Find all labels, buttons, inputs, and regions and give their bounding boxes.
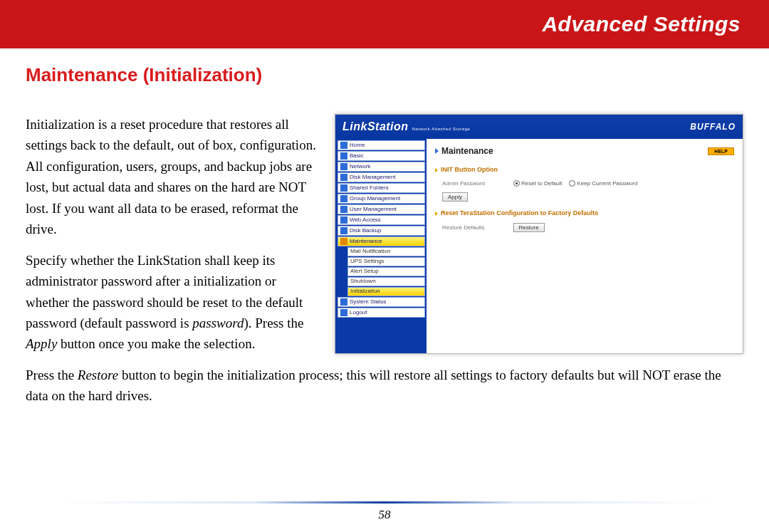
emphasis-apply: Apply: [26, 336, 57, 351]
sidebar-item-label: Basic: [350, 152, 364, 160]
sidebar-subitem-shutdown[interactable]: Shutdown: [347, 277, 425, 286]
vendor-logo: BUFFALO: [690, 120, 736, 134]
sidebar-item-web[interactable]: Web Access: [338, 215, 425, 225]
apply-button[interactable]: Apply: [442, 192, 468, 202]
sidebar-item-group[interactable]: Group Management: [338, 194, 425, 204]
sidebar-item-home[interactable]: Home: [338, 140, 425, 150]
sidebar-item-label: Web Access: [350, 216, 381, 224]
restore-button[interactable]: Restore: [513, 223, 545, 232]
emphasis-password: password: [192, 315, 244, 330]
page-banner: Advanced Settings: [0, 0, 769, 48]
maintenance-icon: [340, 238, 347, 245]
sidebar-item-label: Disk Backup: [350, 226, 381, 235]
sidebar: Home Basic Network Disk Management Share…: [335, 139, 427, 353]
sidebar-item-disk[interactable]: Disk Management: [338, 172, 425, 182]
sidebar-item-label: Initialization: [350, 287, 380, 296]
page-title: Maintenance: [435, 145, 493, 158]
home-icon: [340, 142, 347, 149]
sidebar-item-label: Maintenance: [350, 237, 382, 246]
sidebar-item-maintenance[interactable]: Maintenance: [338, 236, 425, 246]
reset-config-group: Reset TeraStation Configuration to Facto…: [435, 209, 734, 232]
page-number: 58: [0, 508, 769, 522]
brand-subtext: Network Attached Storage: [412, 126, 471, 132]
text-run: button to begin the initialization proce…: [26, 367, 721, 403]
radio-label: Keep Current Password: [577, 180, 637, 187]
logout-icon: [340, 309, 347, 316]
folder-icon: [340, 184, 347, 192]
sidebar-item-label: Mail Notification: [350, 247, 390, 256]
group-title: INIT Button Option: [435, 165, 734, 175]
radio-icon: [569, 180, 575, 187]
field-label: Admin Password: [442, 179, 485, 188]
text-run: button once you make the selection.: [57, 336, 255, 351]
init-button-option-group: INIT Button Option Admin Password Reset …: [435, 165, 734, 202]
embedded-screenshot: LinkStation Network Attached Storage BUF…: [335, 114, 743, 354]
sidebar-subitem-initialization[interactable]: Initialization: [347, 287, 425, 296]
sidebar-subitem-mail[interactable]: Mail Notification: [347, 247, 425, 256]
sidebar-item-basic[interactable]: Basic: [338, 151, 425, 161]
disk-icon: [340, 174, 347, 181]
text-run: ). Press the: [244, 315, 303, 330]
sidebar-subitem-alert[interactable]: Alert Setup: [347, 267, 425, 276]
page-title-text: Maintenance: [441, 145, 493, 158]
sidebar-item-label: Group Management: [350, 194, 400, 203]
text-run: Press the: [26, 367, 78, 382]
basic-icon: [340, 152, 347, 160]
radio-icon: [513, 180, 520, 187]
app-header: LinkStation Network Attached Storage BUF…: [335, 115, 743, 139]
body-text-column: LinkStation Network Attached Storage BUF…: [26, 114, 743, 417]
sidebar-item-label: Alert Setup: [350, 267, 379, 276]
sidebar-item-logout[interactable]: Logout: [338, 308, 425, 318]
sidebar-item-label: System Status: [350, 298, 387, 306]
sidebar-subitem-ups[interactable]: UPS Settings: [347, 257, 425, 266]
sidebar-item-label: Network: [350, 162, 370, 171]
sidebar-item-label: Home: [350, 141, 365, 150]
group-icon: [340, 195, 347, 202]
web-icon: [340, 217, 347, 224]
radio-keep-current-password[interactable]: Keep Current Password: [569, 179, 637, 188]
sidebar-item-network[interactable]: Network: [338, 162, 425, 172]
group-title: Reset TeraStation Configuration to Facto…: [435, 209, 734, 219]
sidebar-item-label: UPS Settings: [350, 257, 384, 266]
field-label: Restore Defaults: [442, 224, 485, 232]
sidebar-item-label: Disk Management: [350, 173, 395, 182]
main-pane: Maintenance HELP INIT Button Option Admi…: [427, 139, 743, 353]
radio-label: Reset to Default: [521, 180, 562, 187]
sidebar-item-label: Shared Folders: [350, 184, 389, 192]
app-brand: LinkStation Network Attached Storage: [342, 118, 470, 136]
sidebar-item-shared[interactable]: Shared Folders: [338, 183, 425, 193]
sidebar-item-label: Logout: [350, 308, 367, 317]
brand-text: LinkStation: [342, 118, 409, 136]
emphasis-restore: Restore: [78, 367, 118, 382]
sidebar-item-label: User Management: [350, 205, 397, 214]
network-icon: [340, 163, 347, 170]
help-button[interactable]: HELP: [708, 147, 734, 155]
section-heading: Maintenance (Initialization): [26, 64, 769, 86]
user-icon: [340, 206, 347, 213]
sidebar-item-status[interactable]: System Status: [338, 297, 425, 307]
status-icon: [340, 298, 347, 306]
footer-rule: [57, 501, 712, 504]
sidebar-item-backup[interactable]: Disk Backup: [338, 226, 425, 236]
radio-reset-to-default[interactable]: Reset to Default: [513, 179, 562, 188]
paragraph-3: Press the Restore button to begin the in…: [26, 365, 743, 407]
banner-title: Advanced Settings: [542, 12, 741, 36]
sidebar-item-user[interactable]: User Management: [338, 204, 425, 214]
sidebar-item-label: Shutdown: [350, 277, 376, 286]
backup-icon: [340, 227, 347, 234]
